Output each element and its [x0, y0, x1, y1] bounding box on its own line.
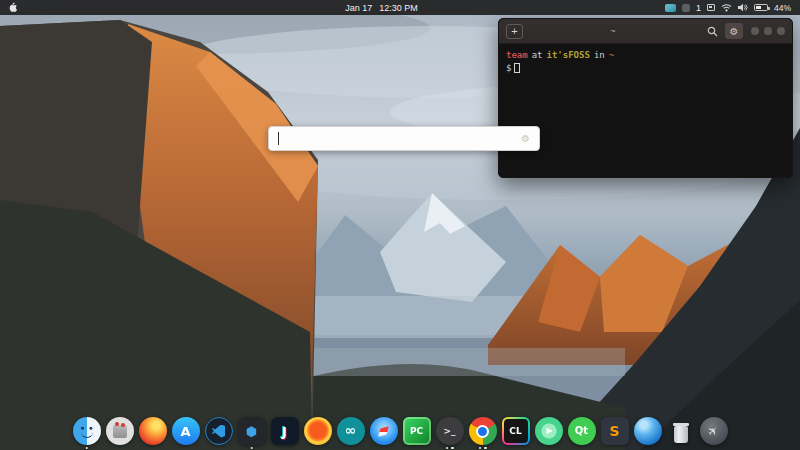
sublime-dock-icon[interactable]: S — [601, 417, 629, 445]
firefox-dock-icon[interactable] — [139, 417, 167, 445]
terminal-titlebar[interactable]: + ~ ⚙ — [499, 19, 792, 44]
terminal-prompt-line: teamatit'sFOSSin~ — [506, 50, 785, 60]
vscode-dock-icon[interactable] — [205, 417, 233, 445]
dim-app-icon[interactable] — [682, 4, 690, 12]
files-dock-icon[interactable] — [73, 417, 101, 445]
search-icon — [707, 26, 718, 37]
terminal-dock-icon[interactable]: >_ — [436, 417, 464, 445]
bluehex-glyph: ⬢ — [246, 425, 257, 438]
terminal-command-line: $ — [506, 63, 785, 73]
desktop: Jan 17 12:30 PM 1 44% + ~ — [0, 0, 800, 450]
terminal-cursor — [514, 63, 520, 73]
player-dock-icon[interactable]: ▶ — [535, 417, 563, 445]
search-button[interactable] — [703, 23, 721, 39]
menu-bar-clock[interactable]: Jan 17 12:30 PM — [345, 3, 418, 13]
input-source-indicator[interactable]: 1 — [696, 3, 701, 13]
prompt-host: it'sFOSS — [547, 50, 590, 60]
running-indicator — [446, 447, 454, 450]
safari-dock-icon[interactable] — [370, 417, 398, 445]
battery-icon[interactable] — [754, 4, 768, 11]
tiktok-dock-icon[interactable]: J — [271, 417, 299, 445]
battery-fill — [756, 6, 761, 9]
polyhedron-dock-icon[interactable] — [634, 417, 662, 445]
apple-menu-icon[interactable] — [9, 2, 18, 13]
chrome-dock-icon[interactable] — [469, 417, 497, 445]
battery-percent: 44% — [774, 3, 791, 13]
prompt-symbol: $ — [506, 63, 511, 73]
launcher-search-input[interactable]: ⚙ — [268, 126, 540, 151]
settings-button[interactable]: ⚙ — [725, 23, 743, 39]
appstore-glyph: A — [180, 425, 190, 438]
prompt-path: ~ — [609, 50, 614, 60]
qt-dock-icon[interactable]: Qt — [568, 417, 596, 445]
window-control-close[interactable] — [777, 27, 785, 35]
pycharm-glyph: PC — [410, 427, 423, 436]
terminal-glyph: >_ — [443, 427, 455, 436]
tiktok-glyph: J — [282, 425, 287, 438]
launcher-gear-icon[interactable]: ⚙ — [521, 133, 530, 144]
wifi-icon[interactable] — [721, 3, 732, 12]
prompt-in: in — [594, 50, 605, 60]
window-controls — [751, 27, 785, 35]
menu-bar: Jan 17 12:30 PM 1 44% — [0, 0, 800, 15]
terminal-title: ~ — [523, 26, 703, 36]
prompt-at: at — [532, 50, 543, 60]
running-indicator — [479, 447, 487, 450]
bluehex-dock-icon[interactable]: ⬢ — [238, 417, 266, 445]
terminal-body[interactable]: teamatit'sFOSSin~ $ — [499, 44, 792, 177]
window-control-minimize[interactable] — [751, 27, 759, 35]
brave-dock-icon[interactable] — [304, 417, 332, 445]
running-indicator — [250, 447, 253, 450]
new-tab-button[interactable]: + — [506, 24, 523, 39]
launchpad-dock-icon[interactable]: ✈ — [700, 417, 728, 445]
window-switcher-icon[interactable] — [707, 4, 715, 11]
appstore-dock-icon[interactable]: A — [172, 417, 200, 445]
arduino-glyph: ∞ — [345, 423, 357, 437]
prompt-user: team — [506, 50, 528, 60]
qt-glyph: Qt — [575, 426, 588, 436]
trash-dock-icon[interactable] — [667, 417, 695, 445]
clion-glyph: CL — [509, 427, 521, 436]
pycharm-dock-icon[interactable]: PC — [403, 417, 431, 445]
text-caret — [278, 132, 279, 145]
player-glyph: ▶ — [546, 427, 552, 435]
window-control-maximize[interactable] — [764, 27, 772, 35]
running-indicator — [85, 447, 88, 450]
dock: A⬢J∞PC>_CL▶QtS✈ — [0, 417, 800, 445]
arduino-dock-icon[interactable]: ∞ — [337, 417, 365, 445]
terminal-window: + ~ ⚙ teamatit'sFOSSin~ $ — [498, 18, 793, 178]
display-icon[interactable] — [665, 4, 676, 12]
menu-bar-status-area: 1 44% — [665, 3, 791, 13]
sublime-glyph: S — [609, 424, 619, 438]
volume-icon[interactable] — [738, 3, 748, 12]
gear-icon: ⚙ — [730, 26, 739, 37]
utility-dock-icon[interactable] — [106, 417, 134, 445]
launchpad-glyph: ✈ — [706, 423, 722, 439]
clock-time: 12:30 PM — [379, 3, 418, 13]
clock-date: Jan 17 — [345, 3, 372, 13]
clion-dock-icon[interactable]: CL — [502, 417, 530, 445]
